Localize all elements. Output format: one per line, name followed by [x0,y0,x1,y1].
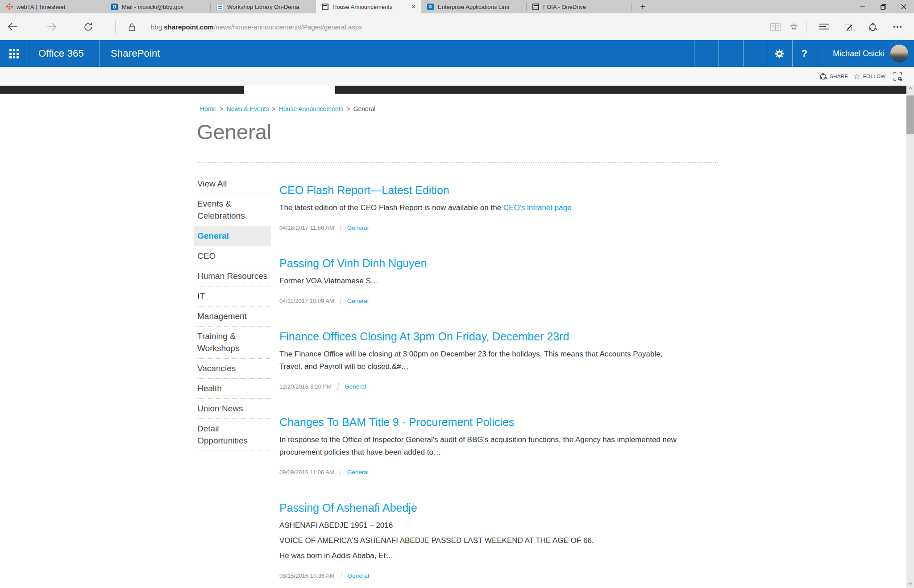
scroll-down-button[interactable] [906,580,914,587]
sidebar-item-general[interactable]: General [194,226,271,246]
announcement-category-link[interactable]: General [348,572,369,579]
announcement-category-link[interactable]: General [347,224,369,231]
back-button[interactable] [4,13,21,40]
announcement-inline-link[interactable]: CEO's intranet page [503,203,572,212]
sidebar-item-management[interactable]: Management [197,306,271,327]
office365-brand-link[interactable]: Office 365 [38,40,84,67]
follow-label: FOLLOW [863,74,886,79]
sidebar-item-union-news[interactable]: Union News [197,399,271,419]
sidebar-item-training-workshops[interactable]: Training & Workshops [197,327,271,359]
addressbar-divider [806,21,806,33]
announcement-meta: 08/15/2016 10:36 AMGeneral [279,572,692,579]
meta-separator [337,383,339,390]
scrollbar-thumb[interactable] [906,95,914,134]
share-label: SHARE [830,74,848,79]
browser-tab[interactable]: House Announcements✕ [316,0,421,13]
reading-view-button[interactable] [767,13,784,40]
page-favicon-icon [322,4,328,10]
account-menu[interactable]: Michael Osicki [833,40,914,67]
minimize-button[interactable] [852,0,873,13]
sidebar-item-ceo[interactable]: CEO [197,246,271,266]
announcement-category-link[interactable]: General [345,383,366,390]
more-actions-button[interactable] [889,13,906,40]
sidebar-item-events-celebrations[interactable]: Events & Celebrations [197,194,271,226]
browser-tab[interactable]: webTA | Timesheet [0,0,105,13]
category-sidebar: View AllEvents & CelebrationsGeneralCEOH… [197,174,271,451]
announcement-text: He was born in Addis Ababa, Et… [279,551,393,560]
new-tab-button[interactable]: + [636,0,650,13]
share-button[interactable]: SHARE [819,67,848,86]
announcement-meta: 04/11/2017 10:09 AMGeneral [279,297,692,304]
follow-star-icon: ☆ [853,72,860,81]
announcement-body-line: He was born in Addis Ababa, Et… [279,550,692,562]
breadcrumb-link-house-announcements[interactable]: House Announcements [279,105,344,112]
refresh-icon [83,22,93,32]
scroll-up-icon [908,87,912,90]
scroll-up-button[interactable] [906,85,914,92]
back-icon [8,23,18,31]
favorites-button[interactable]: ☆ [785,13,802,40]
announcement-title-link[interactable]: Passing Of Ashenafi Abedje [279,501,417,515]
announcement-title-link[interactable]: CEO Flash Report—Latest Edition [279,183,449,198]
addressbar-divider [115,21,116,33]
meta-separator [340,468,341,476]
sidebar-item-human-resources[interactable]: Human Resources [197,266,271,286]
share-circle-icon [819,73,827,80]
vertical-scrollbar[interactable] [906,85,914,588]
focus-mode-button[interactable] [893,67,902,86]
minimize-icon [860,4,865,9]
tab-title: Enterprise Applications Limi [438,4,523,10]
help-button[interactable]: ? [792,40,817,67]
sharepoint-favicon-icon: S [427,4,434,10]
sidebar-item-detail-opportunities[interactable]: Detail Opportunities [197,419,271,451]
browser-tab[interactable]: FOIA - OneDrive [527,0,632,13]
sidebar-item-view-all[interactable]: View All [197,174,271,194]
url-field[interactable]: bbg.sharepoint.com/news/house-announceme… [151,13,362,40]
announcement-body: The latest edition of the CEO Flash Repo… [279,202,692,214]
app-launcher-button[interactable] [0,40,28,67]
announcement-category-link[interactable]: General [347,469,369,476]
forward-button[interactable] [43,13,60,40]
page-favicon-icon [532,4,539,10]
current-tab-notch [244,86,335,94]
announcement-title-link[interactable]: Passing Of Vinh Dinh Nguyen [279,256,427,271]
focus-icon [893,72,902,81]
announcement-text: ASHENAFI ABEDJE 1951 – 2016 [279,521,393,530]
announcement-body-line: ASHENAFI ABEDJE 1951 – 2016 [279,519,692,532]
site-info-button[interactable] [123,13,140,40]
url-host-prefix: bbg. [151,23,164,31]
help-icon: ? [802,48,807,59]
sharepoint-app-link[interactable]: SharePoint [111,40,160,67]
refresh-button[interactable] [79,13,96,40]
tab-close-icon[interactable]: ✕ [410,4,418,10]
lock-icon [129,23,135,31]
breadcrumb-link-home[interactable]: Home [200,105,216,112]
announcement-category-link[interactable]: General [347,298,369,304]
browser-tab[interactable]: Workshop Library On-Dema [211,0,316,13]
announcement-body: In response to the Office of Inspector G… [279,434,692,459]
avatar[interactable] [890,45,908,62]
share-page-button[interactable] [864,13,881,40]
hub-button[interactable] [816,13,833,40]
breadcrumb-link-news-events[interactable]: News & Events [227,105,269,112]
browser-tab[interactable]: OMail - mosicki@bbg.gov [105,0,211,13]
web-note-button[interactable] [840,13,857,40]
restore-button[interactable] [873,0,893,13]
webta-favicon-icon [6,4,12,10]
announcement-body: ASHENAFI ABEDJE 1951 – 2016VOICE OF AMER… [279,519,692,562]
close-button[interactable] [893,0,914,13]
announcement-list: CEO Flash Report—Latest EditionThe lates… [279,183,692,588]
settings-button[interactable] [767,40,792,67]
meta-separator [340,297,341,304]
sidebar-item-vacancies[interactable]: Vacancies [197,359,271,379]
announcement-date: 04/11/2017 10:09 AM [279,298,334,304]
announcement-title-link[interactable]: Changes To BAM Title 9 - Procurement Pol… [279,415,514,430]
sidebar-item-it[interactable]: IT [197,286,271,306]
sidebar-item-health[interactable]: Health [197,379,271,399]
follow-button[interactable]: ☆ FOLLOW [853,67,886,86]
announcement-item: Changes To BAM Title 9 - Procurement Pol… [279,415,692,476]
announcement-title-link[interactable]: Finance Offices Closing At 3pm On Friday… [279,329,569,344]
browser-tab[interactable]: SEnterprise Applications Limi [421,0,527,13]
announcement-text: Former VOA Vietnamese S… [279,277,378,285]
breadcrumb: Home>News & Events>House Announcements>G… [200,105,375,112]
